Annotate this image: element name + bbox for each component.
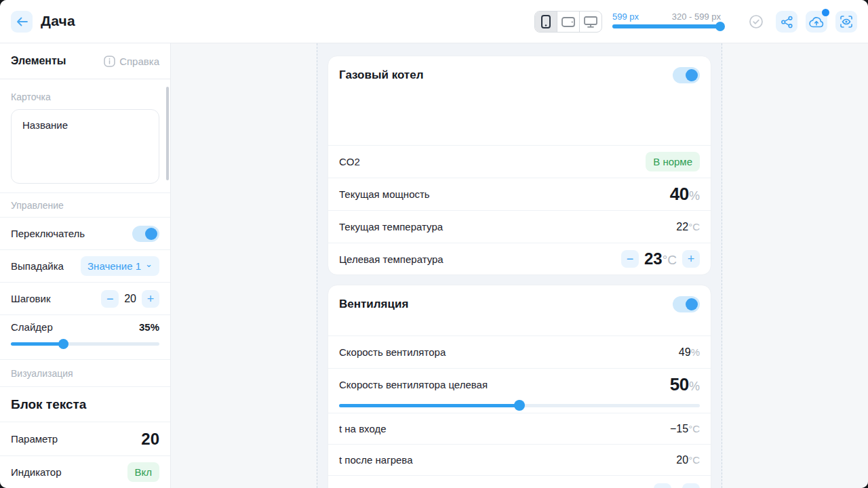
info-icon: [104, 56, 115, 67]
card-section-label: Карточка: [11, 92, 159, 102]
viewport-width-slider-handle[interactable]: [715, 22, 725, 31]
value: −15: [670, 423, 688, 435]
toggle-switch[interactable]: [132, 226, 159, 242]
device-card-boiler[interactable]: Газовый котел CO2 В норме Текущая мощнос…: [328, 56, 711, 275]
controls-section-label: Управление: [11, 200, 64, 211]
element-text-block[interactable]: Блок текста: [0, 386, 170, 422]
ventilation-toggle[interactable]: [673, 296, 700, 312]
value: 49: [679, 346, 691, 359]
boiler-toggle[interactable]: [673, 67, 700, 83]
arrow-left-icon: [16, 17, 28, 26]
topbar: Дача 599 px 320 -: [0, 0, 868, 43]
device-phone-button[interactable]: [535, 12, 557, 32]
unit: °C: [688, 221, 700, 232]
unit: %: [691, 346, 700, 358]
device-tablet-button[interactable]: [557, 12, 580, 32]
slider-track[interactable]: [11, 342, 159, 346]
page-title: Дача: [41, 13, 75, 29]
row-partial-stepper: − +: [328, 475, 711, 488]
sidebar-scrollbar[interactable]: [166, 87, 169, 180]
value: 20: [676, 454, 688, 466]
responsive-preview-viewport: Газовый котел CO2 В норме Текущая мощнос…: [317, 43, 722, 488]
sidebar-title: Элементы: [11, 55, 66, 67]
unit: %: [689, 380, 700, 394]
unpublished-changes-dot: [822, 9, 829, 16]
slider-handle[interactable]: [58, 339, 68, 349]
card-title: Газовый котел: [339, 67, 423, 82]
controls-section-row: Управление: [0, 192, 170, 217]
row-fan-speed: Скорость вентилятора 49%: [328, 336, 711, 368]
row-current-temp: Текущая температура 22°C: [328, 210, 711, 243]
sidebar-header: Элементы Справка: [0, 43, 170, 79]
minus-button[interactable]: −: [654, 483, 671, 488]
device-card-ventilation[interactable]: Вентиляция Скорость вентилятора 49% Скор…: [328, 285, 711, 488]
chevron-down-icon: ⌄: [145, 262, 153, 267]
element-stepper[interactable]: Шаговик − 20 +: [0, 282, 170, 314]
value: 40: [670, 184, 689, 205]
viz-section-row: Визуализация: [0, 359, 170, 386]
dropdown-select[interactable]: Значение 1 ⌄: [81, 256, 159, 276]
plus-button[interactable]: +: [682, 250, 700, 268]
desktop-icon: [584, 16, 597, 28]
parameter-value: 20: [141, 430, 159, 449]
plus-button[interactable]: +: [142, 290, 159, 308]
element-indicator[interactable]: Индикатор Вкл: [0, 455, 170, 488]
plus-button[interactable]: +: [682, 483, 700, 488]
device-switcher: [534, 11, 602, 33]
stepper-value: 20: [124, 293, 136, 305]
saved-check-button[interactable]: [748, 14, 764, 30]
unit: °C: [688, 454, 700, 466]
preview-button[interactable]: [835, 11, 857, 33]
viz-section-label: Визуализация: [11, 368, 73, 379]
card-template-title: Название: [22, 119, 68, 131]
fan-target-slider[interactable]: [339, 404, 700, 407]
value: 22: [676, 221, 688, 233]
element-toggle[interactable]: Переключатель: [0, 217, 170, 249]
element-dropdown[interactable]: Выпадайка Значение 1 ⌄: [0, 249, 170, 282]
app-window: Дача 599 px 320 -: [0, 0, 868, 488]
slider-value: 35%: [139, 321, 159, 333]
element-card-template[interactable]: Название: [11, 109, 159, 184]
status-badge: В норме: [646, 152, 700, 171]
share-icon: [781, 16, 793, 28]
minus-button[interactable]: −: [101, 290, 119, 308]
device-desktop-button[interactable]: [580, 12, 601, 32]
tablet-icon: [561, 17, 575, 27]
row-target-temp: Целевая температура − 23°C +: [328, 243, 711, 274]
unit: °C: [663, 253, 677, 268]
unit: °C: [688, 423, 700, 434]
preview-eye-icon: [840, 15, 853, 28]
editor-canvas: Газовый котел CO2 В норме Текущая мощнос…: [171, 43, 868, 488]
help-button[interactable]: Справка: [104, 56, 159, 67]
value: 23: [644, 249, 663, 268]
phone-icon: [541, 15, 551, 28]
unit: %: [689, 189, 700, 203]
row-co2: CO2 В норме: [328, 145, 711, 178]
indicator-badge: Вкл: [127, 462, 160, 482]
publish-button[interactable]: [806, 11, 827, 33]
value: 50: [670, 374, 689, 395]
element-parameter[interactable]: Параметр 20: [0, 422, 170, 455]
elements-sidebar: Элементы Справка Карточка Название Управ…: [0, 43, 171, 488]
row-t-heated: t после нагрева 20°C: [328, 444, 711, 475]
share-button[interactable]: [776, 11, 797, 33]
fan-target-slider-handle[interactable]: [514, 400, 525, 411]
help-label: Справка: [119, 56, 159, 67]
row-current-power: Текущая мощность 40%: [328, 178, 711, 210]
width-range-label: 320 - 599 px: [612, 12, 721, 22]
row-fan-target: Скорость вентилятора целевая 50%: [328, 368, 711, 413]
row-t-inlet: t на входе −15°C: [328, 413, 711, 444]
viewport-width-slider[interactable]: [612, 24, 721, 28]
card-title: Вентиляция: [339, 296, 408, 311]
check-circle-icon: [748, 14, 764, 30]
minus-button[interactable]: −: [621, 250, 639, 268]
back-button[interactable]: [11, 11, 33, 33]
element-slider[interactable]: Слайдер 35%: [0, 314, 170, 359]
cloud-upload-icon: [809, 16, 824, 28]
